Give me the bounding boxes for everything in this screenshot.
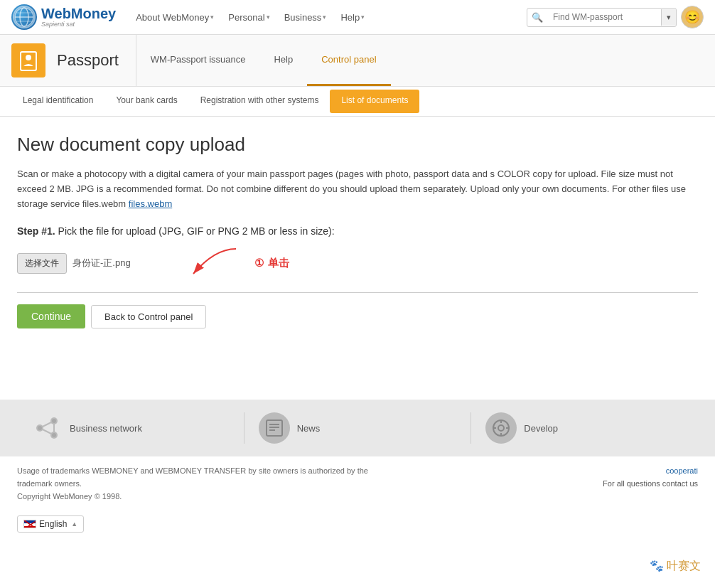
subtab-list-documents[interactable]: List of documents [330, 90, 419, 113]
logo-text: WebMoney Sapienti sat [41, 6, 116, 28]
page-description: Scan or make a photocopy with a digital … [17, 167, 698, 211]
search-icon: 🔍 [527, 9, 547, 26]
footer-news[interactable]: News [244, 412, 472, 444]
svg-point-16 [52, 433, 56, 437]
tab-control-panel[interactable]: Control panel [307, 35, 390, 86]
footer-legal-right: cooperati For all questions contact us [603, 465, 698, 490]
file-choose-button[interactable]: 选择文件 [17, 253, 67, 274]
logo-globe-icon [11, 4, 37, 30]
footer-news-label: News [297, 423, 321, 434]
flag-icon [23, 520, 36, 528]
news-icon [259, 412, 290, 444]
nav-links: About WebMoney ▾ Personal ▾ Business ▾ H… [130, 9, 512, 26]
nav-business[interactable]: Business ▾ [279, 9, 333, 26]
continue-button[interactable]: Continue [17, 304, 85, 328]
nav-personal[interactable]: Personal ▾ [222, 9, 275, 26]
language-selector[interactable]: English ▲ [17, 515, 84, 533]
buttons-row: Continue Back to Control panel [17, 304, 698, 328]
develop-icon [485, 412, 517, 444]
tab-help[interactable]: Help [259, 35, 307, 86]
passport-title: Passport [57, 51, 119, 70]
svg-point-6 [26, 55, 31, 60]
footer-icons-bar: Business network News Develop [0, 400, 715, 456]
svg-line-12 [40, 428, 54, 435]
passport-header: Passport WM-Passport issuance Help Contr… [0, 35, 715, 87]
chevron-down-icon: ▾ [323, 14, 326, 21]
chevron-up-icon: ▲ [71, 520, 77, 528]
main-content: New document copy upload Scan or make a … [0, 117, 715, 357]
svg-point-15 [52, 419, 56, 423]
search-area: 🔍 ▾ 😊 [527, 6, 704, 28]
search-input[interactable] [547, 9, 661, 26]
user-avatar[interactable]: 😊 [681, 6, 704, 28]
logo-tagline: Sapienti sat [41, 21, 116, 28]
footer-legal-line2: Copyright WebMoney © 1998. [17, 491, 372, 503]
passport-tabs: WM-Passport issuance Help Control panel [136, 35, 704, 86]
cooperation-link[interactable]: cooperati [666, 466, 698, 475]
footer-legal-line1: Usage of trademarks WEBMONEY and WEBMONE… [17, 465, 372, 490]
passport-icon [11, 43, 45, 77]
passport-title-area: Passport [57, 35, 136, 86]
footer-legal-left: Usage of trademarks WEBMONEY and WEBMONE… [17, 465, 372, 503]
svg-point-22 [498, 425, 504, 431]
top-navigation: WebMoney Sapienti sat About WebMoney ▾ P… [0, 0, 715, 35]
subtab-legal[interactable]: Legal identification [11, 88, 104, 114]
file-upload-row: 选择文件 身份证-正.png ① 单击 [17, 245, 698, 281]
files-link[interactable]: files.webm [129, 198, 172, 209]
subtab-registration[interactable]: Registration with other systems [189, 88, 330, 114]
chevron-down-icon: ▾ [361, 14, 365, 21]
annotation-arrow-svg [179, 245, 250, 281]
contact-text: For all questions contact us [603, 479, 698, 488]
footer-legal: Usage of trademarks WEBMONEY and WEBMONE… [0, 456, 715, 511]
divider [17, 292, 698, 293]
back-button[interactable]: Back to Control panel [91, 305, 206, 328]
page-title: New document copy upload [17, 134, 698, 156]
svg-rect-5 [21, 52, 36, 70]
file-name-display: 身份证-正.png [72, 257, 131, 269]
footer-develop-label: Develop [524, 423, 558, 434]
sub-tabs-bar: Legal identification Your bank cards Reg… [0, 87, 715, 117]
footer-develop[interactable]: Develop [471, 412, 698, 444]
svg-point-1 [20, 8, 28, 26]
logo-brand-name: WebMoney [41, 6, 116, 21]
footer-business-network[interactable]: Business network [17, 412, 244, 444]
subtab-bank-cards[interactable]: Your bank cards [104, 88, 188, 114]
tab-wm-passport-issuance[interactable]: WM-Passport issuance [136, 35, 260, 86]
svg-line-11 [40, 421, 54, 428]
nav-about[interactable]: About WebMoney ▾ [130, 9, 220, 26]
annotation-circle-number: ① [254, 257, 264, 269]
svg-point-14 [38, 426, 42, 430]
chevron-down-icon: ▾ [210, 14, 214, 21]
business-network-icon [31, 412, 63, 444]
logo[interactable]: WebMoney Sapienti sat [11, 4, 116, 30]
search-dropdown-toggle[interactable]: ▾ [661, 9, 676, 26]
annotation-click-text: 单击 [268, 257, 289, 270]
svg-point-0 [15, 8, 33, 26]
nav-help[interactable]: Help ▾ [335, 9, 370, 26]
footer-business-label: Business network [70, 423, 142, 434]
chevron-down-icon: ▾ [267, 14, 270, 21]
step-label: Step #1. Pick the file for upload (JPG, … [17, 225, 698, 237]
lang-label: English [39, 519, 67, 529]
passport-icon-area [11, 35, 57, 86]
search-wrapper: 🔍 ▾ [527, 8, 677, 27]
upload-section: Step #1. Pick the file for upload (JPG, … [17, 225, 698, 328]
